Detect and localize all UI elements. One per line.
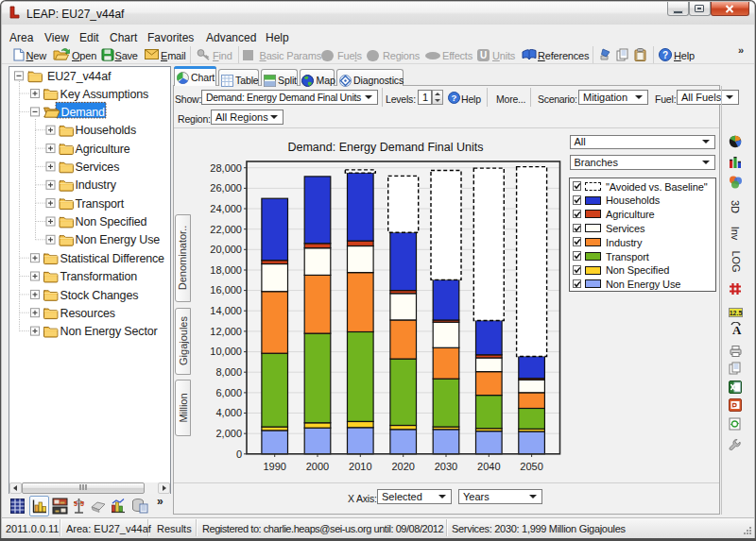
svg-text:Key Assumptions: Key Assumptions bbox=[60, 88, 149, 101]
svg-text:Demand: Energy Demand Final Un: Demand: Energy Demand Final Units bbox=[287, 141, 483, 154]
svg-text:?: ? bbox=[662, 50, 668, 60]
svg-text:12,000: 12,000 bbox=[210, 326, 242, 337]
svg-text:2020: 2020 bbox=[391, 461, 414, 472]
svg-text:2050: 2050 bbox=[520, 461, 542, 472]
svg-text:A: A bbox=[732, 323, 742, 336]
svg-text:24,000: 24,000 bbox=[210, 203, 242, 214]
svg-text:Industry: Industry bbox=[76, 178, 117, 192]
svg-text:?: ? bbox=[452, 93, 457, 103]
svg-text:Transport: Transport bbox=[76, 197, 125, 211]
svg-text:8,000: 8,000 bbox=[215, 366, 242, 378]
svg-text:Statistical Difference: Statistical Difference bbox=[60, 252, 165, 265]
svg-text:10,000: 10,000 bbox=[210, 346, 242, 357]
svg-text:Transformation: Transformation bbox=[60, 270, 138, 283]
svg-text:1990: 1990 bbox=[263, 461, 285, 472]
svg-text:2000: 2000 bbox=[306, 461, 329, 472]
svg-text:2040: 2040 bbox=[477, 461, 500, 472]
svg-text:Agriculture: Agriculture bbox=[76, 143, 130, 156]
svg-text:5: 5 bbox=[80, 500, 84, 507]
svg-text:5: 5 bbox=[74, 500, 77, 507]
svg-text:Services: Services bbox=[76, 161, 120, 174]
svg-text:12.5: 12.5 bbox=[730, 310, 743, 316]
svg-text:EU27_v44af: EU27_v44af bbox=[47, 70, 112, 83]
svg-text:0: 0 bbox=[236, 448, 242, 460]
svg-text:4,000: 4,000 bbox=[215, 407, 242, 418]
svg-text:14,000: 14,000 bbox=[210, 305, 242, 316]
svg-text:16,000: 16,000 bbox=[210, 284, 242, 296]
svg-text:6,000: 6,000 bbox=[215, 387, 242, 398]
svg-text:Non Energy Sector: Non Energy Sector bbox=[60, 325, 158, 338]
svg-text:26,000: 26,000 bbox=[210, 182, 242, 194]
svg-text:Demand: Demand bbox=[61, 106, 106, 119]
svg-text:Non Energy Use: Non Energy Use bbox=[76, 233, 161, 246]
svg-text:22,000: 22,000 bbox=[210, 224, 242, 235]
svg-text:18,000: 18,000 bbox=[210, 264, 242, 276]
svg-text:Stock Changes: Stock Changes bbox=[60, 289, 139, 302]
svg-text:Households: Households bbox=[76, 124, 137, 137]
svg-text:28,000: 28,000 bbox=[210, 162, 242, 174]
svg-text:2,000: 2,000 bbox=[215, 428, 242, 439]
svg-text:20,000: 20,000 bbox=[210, 244, 242, 255]
svg-text:Resources: Resources bbox=[60, 307, 115, 320]
svg-text:2030: 2030 bbox=[435, 461, 457, 472]
svg-text:Non Specified: Non Specified bbox=[76, 215, 147, 228]
svg-text:2010: 2010 bbox=[349, 461, 371, 472]
